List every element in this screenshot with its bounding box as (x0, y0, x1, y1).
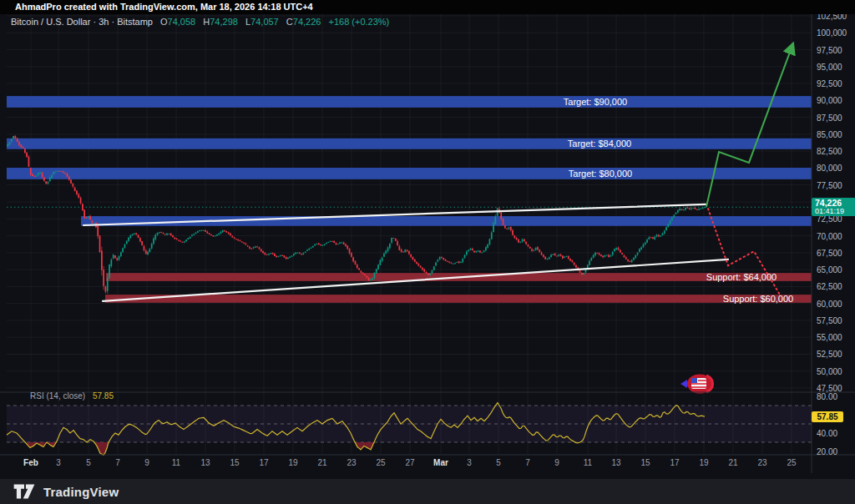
rsi-indicator-label: RSI (14, close) (30, 391, 85, 401)
attribution-bar: AhmadPro created with TradingView.com, M… (0, 0, 855, 14)
flag-sticker-icon (680, 375, 713, 394)
close-label: C (286, 17, 293, 27)
target-90000 (7, 96, 812, 108)
high-value: 74,298 (210, 17, 238, 27)
tradingview-snapshot: AhmadPro created with TradingView.com, M… (0, 0, 855, 504)
symbol-title: Bitcoin / U.S. Dollar · 3h · Bitstamp (11, 17, 153, 27)
open-value: 74,058 (168, 17, 196, 27)
target-84000 (7, 139, 812, 149)
tradingview-brand-text[interactable]: TradingView (43, 485, 119, 499)
tradingview-logo-icon[interactable] (13, 483, 35, 500)
zones (7, 96, 812, 303)
rsi-value-label: 57.85 (812, 411, 843, 422)
low-value: 74,057 (250, 17, 279, 27)
close-value: 74,226 (293, 17, 321, 27)
open-label: O (160, 17, 168, 27)
rsi-oversold-fills (27, 442, 581, 455)
rsi-legend: RSI (14, close) 57.85 (30, 391, 114, 401)
support-60000 (105, 295, 812, 303)
candle-countdown: 01:41:19 (815, 208, 855, 215)
target-80000 (7, 168, 812, 179)
change-value: +168 (+0.23%) (328, 17, 389, 27)
attribution-text: AhmadPro created with TradingView.com, M… (15, 2, 313, 12)
symbol-legend: Bitcoin / U.S. Dollar · 3h · Bitstamp O7… (11, 17, 389, 27)
price-chart-canvas[interactable] (0, 0, 855, 504)
last-price-label: 74,226 01:41:19 (812, 198, 855, 216)
footer-bar: TradingView (0, 479, 855, 504)
bullish-projection-line[interactable] (706, 48, 792, 207)
rsi-value: 57.85 (93, 391, 114, 401)
